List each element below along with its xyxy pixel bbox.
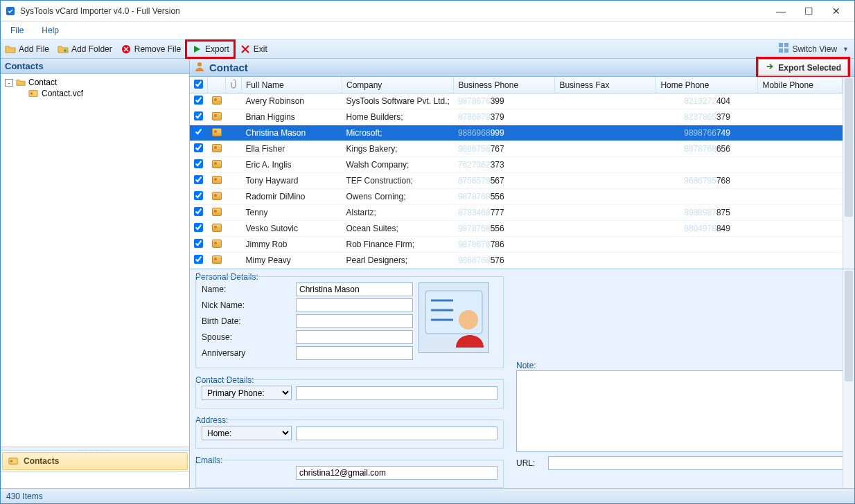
table-row[interactable]: Radomir DiMinoOwens Corning;9878768556: [190, 189, 843, 205]
col-mobile-phone[interactable]: Mobile Phone: [758, 77, 843, 93]
export-button[interactable]: Export: [187, 39, 233, 59]
row-checkbox[interactable]: [194, 96, 203, 105]
tree[interactable]: - Contact Contact.vcf: [1, 74, 189, 447]
menubar: File Help: [1, 21, 854, 39]
cell-hphone: 8237865379: [656, 109, 758, 125]
tree-file[interactable]: Contact.vcf: [28, 88, 185, 99]
input-name[interactable]: [296, 282, 413, 296]
exit-icon: [240, 44, 251, 55]
table-row[interactable]: Mimy PeavyPearl Designers;9868768576: [190, 253, 843, 269]
chevron-down-icon: ▼: [843, 46, 849, 53]
svg-point-15: [459, 310, 478, 330]
add-folder-button[interactable]: Add Folder: [53, 39, 116, 59]
input-anniversary[interactable]: [296, 346, 413, 360]
cell-company: Kings Bakery;: [342, 141, 454, 157]
row-checkbox[interactable]: [194, 255, 203, 264]
row-checkbox[interactable]: [194, 143, 203, 152]
grid-title: Contact: [209, 62, 248, 73]
row-checkbox[interactable]: [194, 159, 203, 168]
col-flag-icon: [208, 77, 226, 93]
cell-hphone: [656, 237, 758, 253]
export-selected-highlight: Export Selected: [756, 57, 850, 78]
export-selected-button[interactable]: Export Selected: [758, 59, 848, 76]
label-nick: Nick Name:: [202, 300, 292, 310]
contacts-grid[interactable]: Full Name Company Business Phone Busines…: [190, 77, 843, 269]
input-nick[interactable]: [296, 298, 413, 312]
tree-file-label: Contact.vcf: [42, 89, 83, 98]
cell-bfax: [555, 237, 656, 253]
table-row[interactable]: TennyAlstartz;87834687778988987875: [190, 205, 843, 221]
label-anniversary: Anniversary: [202, 348, 292, 358]
cell-hphone: 9804978849: [656, 221, 758, 237]
table-row[interactable]: Jimmy RobRob Finance Firm;9878678786: [190, 237, 843, 253]
col-business-phone[interactable]: Business Phone: [454, 77, 555, 93]
contacts-icon: [8, 456, 18, 466]
svg-rect-5: [784, 48, 788, 53]
label-spouse: Spouse:: [202, 332, 292, 342]
col-business-fax[interactable]: Business Fax: [555, 77, 656, 93]
minimize-button[interactable]: —: [767, 1, 795, 21]
email-input[interactable]: [296, 466, 497, 480]
table-row[interactable]: Tony HaywardTEF Construction;67565795679…: [190, 173, 843, 189]
grid-scrollbar[interactable]: [843, 77, 854, 269]
row-checkbox[interactable]: [194, 239, 203, 248]
address-input[interactable]: [296, 426, 497, 440]
collapse-icon[interactable]: -: [5, 79, 13, 87]
svg-point-9: [10, 460, 13, 462]
menu-help[interactable]: Help: [39, 24, 62, 37]
cell-name: Tenny: [242, 205, 342, 221]
cell-name: Tony Hayward: [242, 173, 342, 189]
close-button[interactable]: ✕: [822, 1, 850, 21]
row-checkbox[interactable]: [194, 207, 203, 216]
tree-root[interactable]: - Contact: [5, 77, 185, 88]
cell-bphone: 9878678786: [454, 237, 555, 253]
details-scrollbar[interactable]: [843, 269, 854, 488]
col-home-phone[interactable]: Home Phone: [656, 77, 758, 93]
remove-file-button[interactable]: Remove File: [116, 39, 185, 59]
contacts-nav-label: Contacts: [24, 456, 59, 466]
note-textarea[interactable]: [516, 370, 849, 452]
contacts-nav-button[interactable]: Contacts: [2, 452, 188, 470]
row-checkbox[interactable]: [194, 127, 203, 136]
svg-rect-3: [784, 43, 788, 47]
menu-file[interactable]: File: [8, 24, 26, 37]
svg-rect-2: [779, 43, 783, 47]
table-row[interactable]: Vesko SutovicOcean Suites;98787685569804…: [190, 221, 843, 237]
cell-bfax: [555, 157, 656, 173]
cell-company: Rob Finance Firm;: [342, 237, 454, 253]
primary-phone-select[interactable]: Primary Phone:: [202, 386, 292, 400]
cell-company: Gold Restaurant;: [342, 269, 454, 269]
table-row[interactable]: Eric A. InglisWalsh Company;7627362373: [190, 157, 843, 173]
col-checkbox[interactable]: [190, 77, 208, 93]
table-row[interactable]: Misha GoldGold Restaurant;9876569787: [190, 269, 843, 269]
exit-button[interactable]: Exit: [236, 39, 272, 59]
col-full-name[interactable]: Full Name: [242, 77, 342, 93]
table-row[interactable]: Avery RobinsonSysTools Software Pvt. Ltd…: [190, 93, 843, 109]
row-checkbox[interactable]: [194, 223, 203, 232]
row-checkbox[interactable]: [194, 175, 203, 184]
cell-mphone: [758, 253, 843, 269]
cell-mphone: [758, 205, 843, 221]
table-row[interactable]: Brian HigginsHome Builders;8786879379823…: [190, 109, 843, 125]
col-company[interactable]: Company: [342, 77, 454, 93]
select-all-checkbox[interactable]: [194, 80, 203, 89]
input-birth[interactable]: [296, 314, 413, 328]
table-row[interactable]: Christina MasonMicrosoft;988696899998987…: [190, 125, 843, 141]
switch-view-button[interactable]: Switch View ▼: [773, 39, 854, 59]
label-birth: Birth Date:: [202, 316, 292, 326]
app-icon: [5, 6, 16, 17]
vcard-icon: [212, 208, 222, 216]
cell-hphone: [656, 189, 758, 205]
cell-company: Alstartz;: [342, 205, 454, 221]
row-checkbox[interactable]: [194, 191, 203, 200]
input-spouse[interactable]: [296, 330, 413, 344]
primary-phone-input[interactable]: [296, 386, 497, 400]
cell-name: Vesko Sutovic: [242, 221, 342, 237]
row-checkbox[interactable]: [194, 111, 203, 120]
address-type-select[interactable]: Home:: [202, 426, 292, 440]
cell-name: Christina Mason: [242, 125, 342, 141]
maximize-button[interactable]: ☐: [795, 1, 822, 21]
url-input[interactable]: [548, 456, 849, 470]
add-file-button[interactable]: Add File: [1, 39, 53, 59]
table-row[interactable]: Ella FisherKings Bakery;9886758767887876…: [190, 141, 843, 157]
